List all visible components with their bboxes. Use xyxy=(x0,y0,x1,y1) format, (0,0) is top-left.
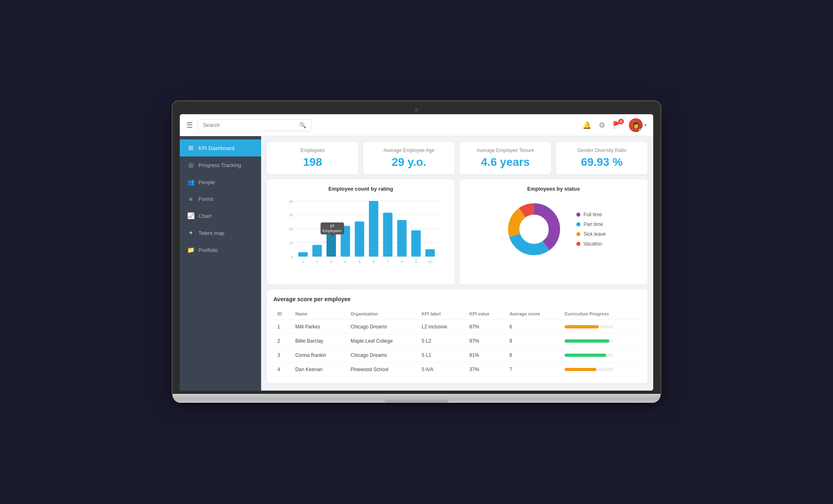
cell-avg-score: 9 xyxy=(505,334,560,348)
kpi-employees-value: 198 xyxy=(273,156,352,169)
search-icon: 🔍 xyxy=(299,122,306,128)
cell-name: Dan Keenan xyxy=(291,363,347,377)
col-id: ID xyxy=(273,308,291,320)
progress-bar-container xyxy=(565,325,613,328)
bar-chart-svg: 40 30 20 10 0 xyxy=(273,197,448,278)
progress-bar xyxy=(565,325,599,328)
kpi-gender-value: 69.93 % xyxy=(563,156,641,169)
table-row: 3 Conna Rankin Chicago Dreams 5 L1 81% 8 xyxy=(273,348,641,363)
table-row: 2 Billie Barclay Maple Leaf College 5 L2… xyxy=(273,334,641,348)
svg-rect-19 xyxy=(425,249,435,256)
table-row: 4 Dan Keenan Pinewood School 5 A/A 37% 7 xyxy=(273,363,641,377)
avatar[interactable]: 👩 xyxy=(629,118,643,132)
legend-item-sickleave: Sick leave xyxy=(576,231,606,237)
svg-text:9: 9 xyxy=(415,259,417,264)
search-box[interactable]: 🔍 xyxy=(198,119,312,131)
people-icon: 👥 xyxy=(187,178,194,186)
cell-org: Maple Leaf College xyxy=(347,334,418,348)
svg-rect-10 xyxy=(298,252,307,257)
svg-text:5: 5 xyxy=(358,259,360,264)
col-kpi-label: KPI label xyxy=(418,308,465,320)
portfolio-icon: 📁 xyxy=(187,246,194,254)
topbar: ☰ 🔍 🔔 ⚙ 🚩 2 xyxy=(180,114,653,136)
sidebar-item-forms[interactable]: ≡ Forms xyxy=(180,191,261,207)
table-card: Average score per employee ID Name Organ… xyxy=(267,289,648,383)
svg-rect-11 xyxy=(312,245,322,257)
notification-icon[interactable]: 🔔 xyxy=(582,121,591,130)
svg-text:10: 10 xyxy=(428,259,432,264)
sidebar-label-forms: Forms xyxy=(198,196,214,202)
table-body: 1 Milli Parkes Chicago Dreams L2 inclusi… xyxy=(273,320,641,377)
sidebar: ⊞ KPI Dashboard ◎ Progress Tracking 👥 Pe… xyxy=(180,136,261,391)
cell-progress xyxy=(560,334,641,348)
svg-text:17: 17 xyxy=(330,224,334,228)
kpi-card-avg-tenure: Average Employee Tenure 4.6 years xyxy=(460,142,551,174)
col-kpi-value: KPI value xyxy=(465,308,506,320)
legend-label-parttime: Part time xyxy=(584,222,603,227)
legend-dot-sickleave xyxy=(576,232,580,236)
cell-avg-score: 7 xyxy=(505,363,560,377)
main-content: Employees 198 Average Employee Age 29 y.… xyxy=(261,136,653,391)
donut-chart-card: Employees by status xyxy=(460,179,648,285)
sidebar-label-portfolio: Portfolio xyxy=(198,247,218,253)
table-section-title: Average score per employee xyxy=(273,296,641,302)
legend-label-vacation: Vacation xyxy=(584,241,602,247)
topbar-icons: 🔔 ⚙ 🚩 2 👩 ▾ xyxy=(582,118,647,132)
svg-text:3: 3 xyxy=(330,259,332,264)
cell-kpi-value: 81% xyxy=(465,348,506,363)
messages-icon[interactable]: 🚩 2 xyxy=(613,121,621,130)
cell-avg-score: 8 xyxy=(505,348,560,363)
legend-dot-parttime xyxy=(576,222,580,226)
cell-id: 3 xyxy=(273,348,291,363)
progress-icon: ◎ xyxy=(187,161,194,169)
cell-kpi-label: 5 A/A xyxy=(418,363,465,377)
svg-text:7: 7 xyxy=(387,259,389,264)
cell-progress xyxy=(560,363,641,377)
dashboard-icon: ⊞ xyxy=(187,144,194,152)
table-row: 1 Milli Parkes Chicago Dreams L2 inclusi… xyxy=(273,320,641,334)
cell-org: Chicago Dreams xyxy=(347,348,418,363)
settings-icon[interactable]: ⚙ xyxy=(599,121,605,130)
charts-row: Employee count by rating xyxy=(267,179,648,285)
cell-id: 2 xyxy=(273,334,291,348)
sidebar-item-people[interactable]: 👥 People xyxy=(180,174,261,191)
progress-bar-container xyxy=(565,354,613,357)
svg-text:Employees: Employees xyxy=(323,228,342,233)
messages-badge: 2 xyxy=(618,119,624,124)
bar-chart-container: 40 30 20 10 0 xyxy=(273,197,448,278)
svg-text:40: 40 xyxy=(289,199,293,204)
kpi-card-gender: Gender Diversity Ratio 69.93 % xyxy=(556,142,648,174)
avatar-chevron[interactable]: ▾ xyxy=(644,122,647,128)
legend-item-fulltime: Full time xyxy=(576,212,606,217)
progress-bar xyxy=(565,354,606,357)
cell-avg-score: 6 xyxy=(505,320,560,334)
col-name: Name xyxy=(291,308,347,320)
sidebar-item-kpi-dashboard[interactable]: ⊞ KPI Dashboard xyxy=(180,139,261,156)
sidebar-item-chart[interactable]: 📈 Chart xyxy=(180,207,261,224)
donut-chart-svg xyxy=(502,197,567,262)
legend-dot-vacation xyxy=(576,242,580,246)
svg-point-38 xyxy=(520,215,548,243)
sidebar-label-people: People xyxy=(198,179,215,185)
cell-progress xyxy=(560,320,641,334)
col-avg-score: Average score xyxy=(505,308,560,320)
cell-id: 4 xyxy=(273,363,291,377)
forms-icon: ≡ xyxy=(187,196,194,202)
cell-org: Chicago Dreams xyxy=(347,320,418,334)
sidebar-item-progress-tracking[interactable]: ◎ Progress Tracking xyxy=(180,156,261,174)
progress-bar-container xyxy=(565,368,613,371)
bar-chart-title: Employee count by rating xyxy=(273,186,448,192)
svg-rect-16 xyxy=(383,213,393,256)
sidebar-item-portfolio[interactable]: 📁 Portfolio xyxy=(180,241,261,259)
donut-container: Full time Part time Sick l xyxy=(466,197,641,262)
hamburger-icon[interactable]: ☰ xyxy=(186,121,193,130)
svg-rect-18 xyxy=(411,230,421,257)
svg-text:8: 8 xyxy=(401,259,403,264)
search-input[interactable] xyxy=(203,122,296,128)
kpi-avg-age-value: 29 y.o. xyxy=(370,156,448,169)
col-org: Organization xyxy=(347,308,418,320)
kpi-card-avg-age: Average Employee Age 29 y.o. xyxy=(363,142,455,174)
svg-text:0: 0 xyxy=(291,255,293,259)
sidebar-item-talent-map[interactable]: ✦ Telent map xyxy=(180,224,261,241)
progress-bar-container xyxy=(565,339,613,343)
